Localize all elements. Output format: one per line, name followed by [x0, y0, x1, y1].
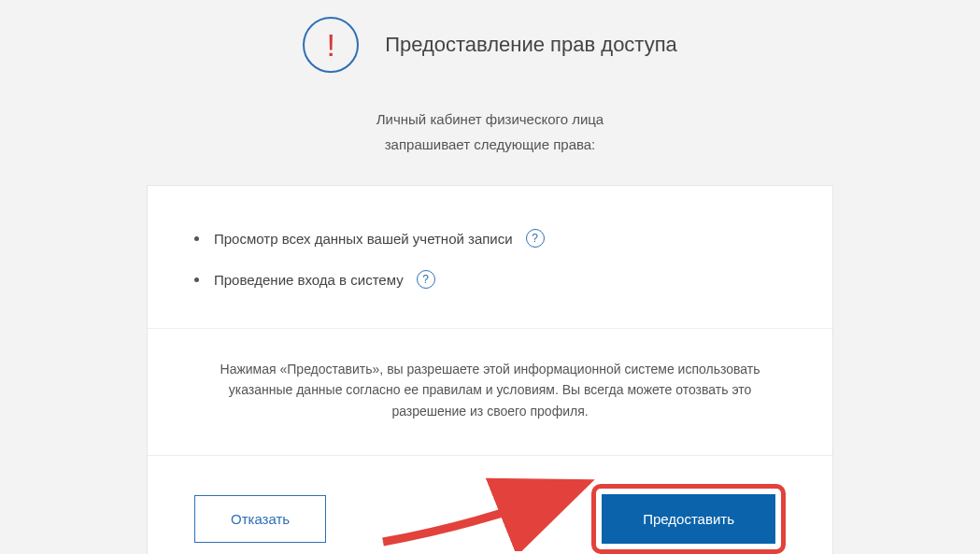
bullet-icon [194, 277, 199, 282]
alert-icon: ! [303, 17, 359, 73]
permission-label: Проведение входа в систему [214, 272, 404, 288]
subtitle-line-2: запрашивает следующие права: [0, 132, 980, 157]
subtitle-block: Личный кабинет физического лица запрашив… [0, 107, 980, 157]
subtitle-line-1: Личный кабинет физического лица [0, 107, 980, 132]
bullet-icon [194, 236, 199, 241]
permissions-section: Просмотр всех данных вашей учетной запис… [148, 186, 832, 329]
actions-row: Отказать Предоставить [148, 456, 832, 554]
permission-label: Просмотр всех данных вашей учетной запис… [214, 231, 513, 247]
grant-button[interactable]: Предоставить [602, 494, 775, 544]
list-item: Просмотр всех данных вашей учетной запис… [194, 229, 786, 248]
help-icon[interactable]: ? [417, 270, 435, 289]
permissions-list: Просмотр всех данных вашей учетной запис… [194, 229, 786, 289]
page-title: Предоставление прав доступа [385, 33, 677, 57]
help-icon[interactable]: ? [526, 229, 545, 248]
grant-button-highlight: Предоставить [591, 484, 786, 554]
dialog-header: ! Предоставление прав доступа [0, 0, 980, 73]
exclamation-icon: ! [326, 29, 334, 61]
decline-button[interactable]: Отказать [194, 495, 326, 543]
list-item: Проведение входа в систему ? [194, 270, 786, 289]
permissions-card: Просмотр всех данных вашей учетной запис… [147, 185, 833, 554]
consent-notice: Нажимая «Предоставить», вы разрешаете эт… [148, 329, 832, 456]
